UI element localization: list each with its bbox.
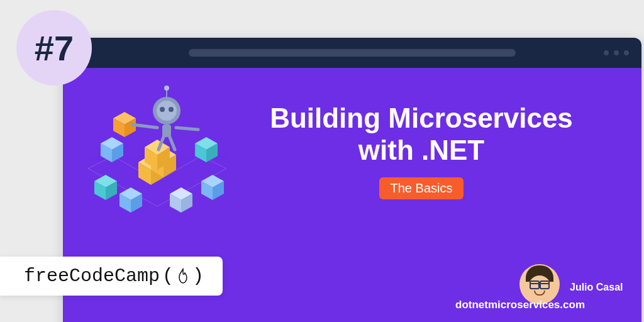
title-block: Building Microservices with .NET The Bas… [239,103,604,199]
brand-paren-open: ( [162,265,174,287]
rank-badge: #7 [16,10,92,86]
svg-rect-6 [162,125,171,137]
brand-paren-close: ) [192,265,204,287]
dot-icon [624,50,629,55]
site-url: dotnetmicroservices.com [455,299,585,311]
url-bar [189,49,516,57]
dot-icon [614,50,619,55]
brand-pill: freeCodeCamp() [0,257,223,296]
svg-line-10 [170,137,175,150]
course-title: Building Microservices with .NET [239,103,604,166]
svg-line-8 [176,128,198,130]
robot-illustration [75,80,239,231]
fire-icon [176,268,190,284]
svg-point-1 [164,86,169,91]
svg-point-5 [169,107,174,112]
brand-name: freeCodeCamp [24,265,160,287]
svg-point-4 [160,107,165,112]
dot-icon [604,50,609,55]
window-controls [604,50,629,55]
level-badge: The Basics [379,177,464,199]
svg-point-3 [157,101,177,121]
author-name: Julio Casal [570,282,623,293]
browser-titlebar [63,38,641,68]
